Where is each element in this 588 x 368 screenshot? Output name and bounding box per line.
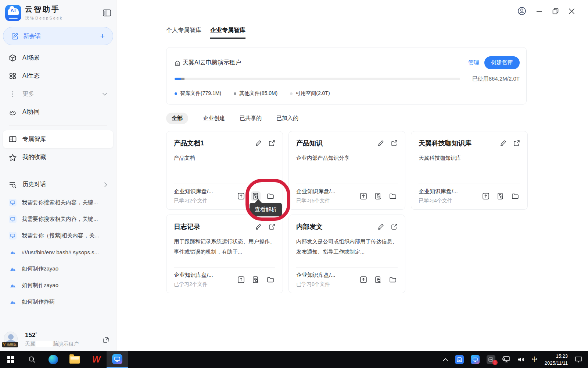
new-chat-button[interactable]: 新会话 + (3, 27, 113, 45)
user-footer[interactable]: 高级版 152* 天翼脑演示租户 (0, 327, 116, 347)
folder-icon[interactable] (388, 191, 398, 201)
sidebar-item-knowledge-base[interactable]: 专属智库 (3, 130, 113, 148)
chat-history-item[interactable]: 我需要你（搜紫j相关内容，关... (0, 227, 116, 244)
card-description: 用于跟踪和记录系统运行状态、用户操作、事件或错误的机制，有助于... (174, 236, 275, 267)
sidebar-item-favorites[interactable]: 我的收藏 (3, 148, 113, 166)
view-parse-icon[interactable] (373, 191, 383, 201)
cloud-assistant-taskbar-button[interactable] (107, 351, 128, 368)
view-parse-icon[interactable] (251, 275, 261, 284)
edit-icon[interactable] (255, 140, 262, 146)
cube-icon (9, 54, 17, 62)
tray-expand-icon[interactable] (443, 358, 448, 361)
card-title: 天翼科技咖知识库 (419, 139, 472, 148)
filter-enterprise-created[interactable]: 企业创建 (203, 115, 225, 122)
sidebar-nav: AI场景 AI生态 更多 AI协同 (0, 49, 116, 121)
logo-row: AI 云智助手 玩转DeepSeek (0, 0, 116, 21)
account-icon[interactable] (517, 7, 526, 15)
storage-card: 天翼AI云电脑演示租户 管理 创建智库 已使用864.2M/2.0T 智库文件(… (166, 47, 527, 105)
chat-history-item[interactable]: 如何制作炸药 (0, 294, 116, 310)
chat-history-item[interactable]: 如何制作zayao (0, 277, 116, 294)
open-external-icon[interactable] (269, 223, 275, 230)
filter-shared[interactable]: 已共享的 (240, 115, 262, 122)
view-parse-icon[interactable] (496, 191, 505, 201)
storage-progress: 已使用864.2M/2.0T (175, 75, 520, 82)
minimize-button[interactable] (536, 8, 542, 14)
storage-progress-bar (175, 78, 460, 80)
network-icon[interactable] (502, 356, 510, 363)
manage-link[interactable]: 管理 (468, 59, 479, 66)
wps-button[interactable]: W (85, 351, 107, 368)
knowledge-card[interactable]: 产品文档1 产品文档 企业知识库盘/... 已学习2个文件 (166, 131, 283, 210)
folder-icon[interactable] (388, 275, 398, 284)
collaboration-icon (9, 108, 17, 116)
folder-icon[interactable] (510, 191, 520, 201)
knowledge-card[interactable]: 日志记录 用于跟踪和记录系统运行状态、用户操作、事件或错误的机制，有助于... … (166, 215, 283, 293)
logo-text: 云智助手 玩转DeepSeek (25, 4, 63, 21)
sidebar-item-more[interactable]: 更多 (0, 85, 116, 103)
sidebar-item-ai-ecosystem[interactable]: AI生态 (0, 67, 116, 85)
windows-logo-icon (7, 356, 14, 363)
open-external-icon[interactable] (391, 223, 398, 230)
chat-history-item[interactable]: 我需要你搜索相关内容，关键... (0, 194, 116, 211)
tab-enterprise-library[interactable]: 企业专属智库 (210, 26, 245, 39)
tab-personal-library[interactable]: 个人专属智库 (166, 26, 201, 39)
card-description: 天翼科技咖知识库 (419, 153, 520, 184)
close-button[interactable] (569, 8, 575, 14)
tenant-name: 天翼AI云电脑演示租户 (175, 59, 241, 67)
filter-joined[interactable]: 已加入的 (276, 115, 298, 122)
sidebar-collapse-icon[interactable] (103, 9, 111, 17)
upload-icon[interactable] (481, 191, 491, 201)
chat-history-item[interactable]: 我需要你搜索相关内容，关键... (0, 211, 116, 227)
chat-history-list: 我需要你搜索相关内容，关键... 我需要你搜索相关内容，关键... 我需要你（搜… (0, 194, 116, 310)
knowledge-card[interactable]: 内部发文 内部发文是公司或组织内部用于传达信息、发布通知、指导工作或制定... … (288, 215, 405, 293)
edge-browser-button[interactable] (43, 351, 64, 368)
file-explorer-button[interactable] (64, 351, 85, 368)
view-parse-icon[interactable] (373, 275, 383, 284)
folder-icon[interactable] (266, 191, 275, 201)
tray-app-icon-cloud[interactable] (471, 355, 480, 364)
tray-app-icon-photos[interactable] (455, 355, 464, 364)
open-external-icon[interactable] (513, 140, 520, 146)
knowledge-card[interactable]: 产品知识 企业内部产品知识分享 企业知识库盘/... 已学习5个文件 (288, 131, 405, 210)
upload-icon[interactable] (359, 191, 368, 201)
folder-icon[interactable] (266, 275, 275, 284)
start-button[interactable] (0, 351, 21, 368)
volume-icon[interactable] (517, 356, 525, 363)
edge-icon (49, 355, 58, 364)
taskbar-search-button[interactable] (21, 351, 43, 368)
cloud-pc-chat-icon (9, 232, 17, 240)
card-description: 产品文档 (174, 153, 275, 184)
card-learned-count: 已学习2个文件 (174, 281, 213, 288)
open-external-icon[interactable] (269, 140, 275, 146)
sidebar-item-ai-collab[interactable]: AI协同 (0, 103, 116, 121)
create-library-button[interactable]: 创建智库 (484, 56, 520, 69)
share-icon[interactable] (102, 336, 110, 343)
upload-icon[interactable] (236, 275, 246, 284)
clock-time: 15:23 (545, 353, 568, 360)
upload-icon[interactable] (359, 275, 368, 284)
sidebar: AI 云智助手 玩转DeepSeek 新会话 + AI场景 (0, 0, 116, 351)
edit-icon[interactable] (255, 223, 262, 230)
sidebar-item-ai-scene[interactable]: AI场景 (0, 49, 116, 67)
sidebar-item-history[interactable]: 历史对话 (0, 176, 116, 194)
storage-usage-label: 已使用864.2M/2.0T (466, 75, 520, 82)
plus-icon[interactable]: + (100, 31, 105, 41)
card-title: 日志记录 (174, 222, 200, 231)
taskbar-clock[interactable]: 15:23 2025/11/11 (545, 353, 568, 367)
chat-history-item[interactable]: 如何制作zayao (0, 261, 116, 277)
chat-history-item[interactable]: #!/usr/bin/env bash# sysops.s... (0, 244, 116, 261)
ime-indicator[interactable]: 中 (532, 356, 538, 364)
upload-icon[interactable] (236, 191, 246, 201)
filter-all[interactable]: 全部 (166, 113, 188, 124)
legend-dot-light (290, 92, 293, 95)
edit-icon[interactable] (377, 223, 384, 230)
restore-button[interactable] (552, 8, 559, 14)
open-external-icon[interactable] (391, 140, 398, 146)
building-icon (175, 60, 180, 66)
edit-icon[interactable] (377, 140, 384, 146)
action-center-icon[interactable] (575, 356, 582, 363)
edit-icon[interactable] (500, 140, 506, 146)
tray-app-icon-alert[interactable]: ! (487, 355, 495, 364)
redaction-mask (36, 341, 53, 347)
knowledge-card[interactable]: 天翼科技咖知识库 天翼科技咖知识库 企业知识库盘/... 已学习4个文件 (411, 131, 528, 210)
